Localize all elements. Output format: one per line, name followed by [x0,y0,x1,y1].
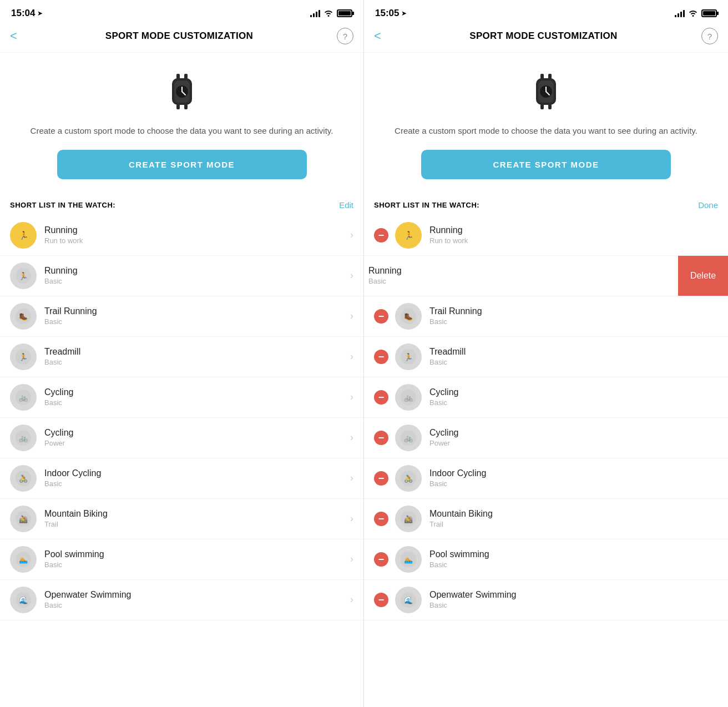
status-bar-left: 15:04 ➤ [0,0,363,22]
list-item[interactable]: 🏃 TreadmillBasic › [0,337,363,377]
back-button-left[interactable]: < [10,27,22,46]
status-icons-left [310,9,352,18]
remove-icon[interactable]: − [374,431,388,445]
sport-icon: 🥾 [395,303,422,330]
chevron-right-icon: › [350,472,353,484]
back-button-right[interactable]: < [374,27,386,46]
hero-description-right: Create a custom sport mode to choose the… [395,125,697,138]
short-list-title-left: SHORT LIST IN THE WATCH: [10,201,115,209]
delete-button[interactable]: Delete [678,256,728,296]
remove-icon[interactable]: − [374,593,388,607]
create-sport-mode-button-right[interactable]: CREATE SPORT MODE [421,150,671,179]
svg-text:🌊: 🌊 [19,595,28,605]
list-item[interactable]: − 🚲 CyclingBasic [364,377,728,418]
nav-bar-left: < SPORT MODE CUSTOMIZATION ? [0,22,363,53]
sport-item-running-custom-right[interactable]: − 🏃 RunningRun to work [364,215,728,256]
sport-icon: 🚲 [10,425,37,451]
chevron-right-icon: › [350,513,353,524]
wifi-icon-left [323,9,333,18]
done-button-right[interactable]: Done [698,200,718,210]
remove-icon[interactable]: − [374,552,388,567]
chevron-right-icon: › [350,594,353,605]
sport-icon: 🚲 [395,384,422,411]
svg-text:🏃: 🏃 [404,231,414,240]
svg-rect-5 [184,104,188,109]
remove-icon-running-custom[interactable]: − [374,228,388,243]
sport-icon: 🏊 [395,546,422,573]
status-icons-right [675,9,717,18]
watch-icon-right [524,69,568,114]
svg-text:🚲: 🚲 [19,393,28,402]
remove-icon[interactable]: − [374,471,388,486]
battery-icon-right [701,9,717,17]
sport-item-running-custom-left[interactable]: 🏃 Running Run to work › [0,215,363,256]
hero-description-left: Create a custom sport mode to choose the… [31,125,333,138]
wifi-icon-right [688,9,698,18]
sport-icon: 🚲 [395,425,422,451]
svg-rect-33 [540,104,544,109]
sport-icon: 🏃 [10,344,37,370]
chevron-right-icon: › [350,351,353,362]
list-item[interactable]: − 🥾 Trail RunningBasic [364,296,728,337]
list-item[interactable]: 🥾 Trail RunningBasic › [0,296,363,337]
status-time-right: 15:05 ➤ [375,8,407,19]
svg-rect-31 [540,74,544,79]
svg-text:🚴: 🚴 [404,474,413,483]
location-arrow-right: ➤ [401,9,407,17]
chevron-right-icon: › [350,270,353,281]
svg-rect-32 [548,74,552,79]
sport-icon: 🏃 [395,222,422,249]
sport-icon: 🚲 [10,384,37,411]
svg-text:🚴: 🚴 [19,474,28,483]
sport-list-right: − 🏃 RunningRun to work 🏃 RunningBasic De… [364,215,728,708]
status-time-left: 15:04 ➤ [11,8,43,19]
svg-text:🚵: 🚵 [404,514,413,524]
svg-text:🥾: 🥾 [404,312,413,321]
chevron-right-icon: › [350,391,353,403]
list-item[interactable]: 🚲 CyclingPower › [0,418,363,458]
nav-title-left: SPORT MODE CUSTOMIZATION [105,31,253,42]
list-item[interactable]: − 🏊 Pool swimmingBasic [364,539,728,580]
list-item[interactable]: 🚵 Mountain BikingTrail › [0,499,363,539]
list-item[interactable]: − 🚲 CyclingPower [364,418,728,458]
signal-icon-right [675,9,685,17]
svg-text:🌊: 🌊 [404,595,413,605]
help-button-left[interactable]: ? [337,28,353,44]
list-item[interactable]: 🚲 CyclingBasic › [0,377,363,418]
remove-icon[interactable]: − [374,390,388,405]
list-item[interactable]: − 🚵 Mountain BikingTrail [364,499,728,539]
list-item[interactable]: − 🚴 Indoor CyclingBasic [364,458,728,499]
watch-icon-left [160,69,204,114]
remove-icon[interactable]: − [374,512,388,526]
remove-icon[interactable]: − [374,309,388,324]
sport-list-left: 🏃 Running Run to work › 🏃 RunningBasic ›… [0,215,363,708]
sport-info-running-custom-left: Running Run to work [44,225,350,245]
list-item[interactable]: 🚴 Indoor CyclingBasic › [0,458,363,499]
screens-container: 15:04 ➤ < SPORT MODE CU [0,0,728,707]
edit-button-left[interactable]: Edit [339,200,353,210]
svg-rect-3 [184,74,188,79]
sport-icon-running-custom-left: 🏃 [10,222,37,249]
svg-text:🚵: 🚵 [19,514,28,524]
remove-icon[interactable]: − [374,350,388,364]
create-sport-mode-button-left[interactable]: CREATE SPORT MODE [57,150,307,179]
sport-icon: 🚵 [395,506,422,532]
sport-icon: 🏃 [10,262,37,289]
short-list-title-right: SHORT LIST IN THE WATCH: [374,201,479,209]
list-item[interactable]: 🏊 Pool swimmingBasic › [0,539,363,580]
sport-item-running-basic-right[interactable]: 🏃 RunningBasic Delete [364,256,728,296]
svg-text:🏃: 🏃 [19,352,28,362]
list-item[interactable]: 🏃 RunningBasic › [0,256,363,296]
sport-icon: 🥾 [10,303,37,330]
sport-icon: 🏃 [395,344,422,370]
list-item[interactable]: − 🌊 Openwater SwimmingBasic [364,580,728,620]
nav-bar-right: < SPORT MODE CUSTOMIZATION ? [364,22,728,53]
svg-text:🚲: 🚲 [19,433,28,443]
svg-rect-2 [176,74,180,79]
sport-sub: Run to work [44,236,350,245]
list-item[interactable]: 🌊 Openwater SwimmingBasic › [0,580,363,620]
help-button-right[interactable]: ? [701,28,718,44]
list-item[interactable]: − 🏃 TreadmillBasic [364,337,728,377]
sport-name: Running [44,225,350,235]
svg-rect-34 [548,104,552,109]
